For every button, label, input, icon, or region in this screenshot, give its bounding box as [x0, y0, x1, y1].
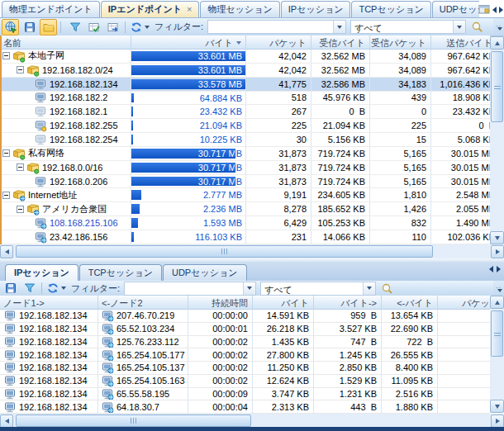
endpoint-row[interactable]: 192.168.182.13433.578 MB33.578 MB41,7753… [0, 78, 490, 92]
endpoint-row[interactable]: 192.168.0.0/1630.717 MB30.717 MB31,87371… [0, 161, 490, 175]
filter-dropdown-icon[interactable] [243, 282, 255, 295]
tab-scroll-left-icon[interactable] [489, 266, 493, 272]
column-header-6[interactable]: パケット [438, 296, 490, 310]
session-row[interactable]: 192.168.182.13465.52.103.23400:00:0126.2… [0, 323, 490, 336]
scope-combobox[interactable]: すべて [260, 282, 376, 296]
top-tab-0[interactable]: 物理エンドポイント [2, 1, 100, 17]
endpoint-horizontal-scrollbar[interactable] [0, 244, 504, 258]
column-header-3[interactable]: 受信バイト [311, 36, 370, 50]
session-row[interactable]: 192.168.182.134125.76.233.11200:00:021.4… [0, 336, 490, 349]
session-row[interactable]: 192.168.182.13464.18.30.700:00:042.313 K… [0, 400, 490, 414]
session-row[interactable]: 192.168.182.134165.254.105.16300:00:0212… [0, 375, 490, 388]
top-tab-5[interactable]: UDPセッション [432, 1, 479, 17]
tree-collapse-icon[interactable] [17, 66, 24, 73]
column-header-1[interactable]: <-ノード2 [98, 296, 188, 310]
folder-button[interactable] [40, 19, 57, 36]
tab-scroll-right-icon[interactable] [499, 7, 503, 13]
column-header-3[interactable]: バイト [253, 296, 314, 310]
scrollbar-thumb[interactable] [16, 414, 251, 427]
filter-combobox[interactable] [124, 282, 256, 296]
endpoint-vertical-scrollbar[interactable] [490, 36, 504, 244]
scroll-down-button[interactable] [490, 231, 504, 244]
column-header-2[interactable]: 持続時間 [188, 296, 253, 310]
tree-collapse-icon[interactable] [17, 206, 24, 213]
scroll-down-button[interactable] [490, 400, 504, 413]
filter-funnel-button[interactable] [21, 280, 38, 296]
filter-value[interactable] [208, 21, 333, 33]
tree-collapse-icon[interactable] [2, 52, 10, 59]
endpoint-row[interactable]: 192.168.182.123.432 KB23.432 KB2670 B023… [0, 105, 490, 119]
session-row[interactable]: 192.168.182.134165.254.105.17700:00:0227… [0, 348, 490, 362]
filter-value[interactable] [125, 282, 243, 295]
column-header-5[interactable]: <-バイト [382, 296, 438, 310]
endpoint-row[interactable]: 192.168.182.264.884 KB64.884 KB51845.976… [0, 92, 490, 106]
top-tab-2[interactable]: 物理セッション [200, 1, 279, 17]
top-tab-3[interactable]: IPセッション [281, 1, 351, 17]
scope-combobox[interactable]: すべて [350, 20, 466, 34]
table-check-button[interactable] [85, 19, 102, 36]
save-button[interactable] [21, 19, 38, 36]
refresh-button[interactable] [47, 280, 64, 296]
save-button[interactable] [2, 280, 19, 296]
scroll-right-button[interactable] [491, 245, 504, 258]
column-header-0[interactable]: 名前 [0, 36, 131, 50]
column-header-2[interactable]: パケット [246, 36, 311, 50]
scrollbar-thumb[interactable] [16, 245, 433, 258]
endpoint-row[interactable]: 192.168.182.25521.094 KB21.094 KB22521.0… [0, 119, 490, 133]
scope-dropdown-icon[interactable] [363, 282, 375, 295]
endpoint-row[interactable]: Internet地址2.777 MB2.777 MB9,191234.605 K… [0, 188, 490, 202]
bottom-tab-0[interactable]: IPセッション [5, 264, 78, 281]
bottom-tab-1[interactable]: TCPセッション [79, 264, 162, 281]
filter-dropdown-icon[interactable] [333, 21, 345, 33]
tree-collapse-icon[interactable] [17, 163, 24, 171]
filter-combobox[interactable] [207, 20, 346, 34]
endpoint-row[interactable]: 23.42.186.156116.103 KB116.103 KB23114.0… [0, 230, 490, 244]
tree-collapse-icon[interactable] [2, 149, 10, 157]
tab-scroll-right-icon[interactable] [497, 266, 501, 272]
scrollbar-thumb[interactable] [491, 51, 503, 122]
tab-scroll-left-icon[interactable] [492, 7, 497, 13]
toolbar-overflow-button[interactable]: .. [493, 281, 504, 296]
top-tab-1[interactable]: IPエンドポイント× [101, 1, 200, 17]
scroll-left-button[interactable] [0, 414, 13, 428]
bottom-tab-2[interactable]: UDPセッション [163, 264, 247, 281]
endpoint-row[interactable]: 192.168.0.20630.717 MB30.717 MB31,873719… [0, 175, 490, 189]
endpoint-row[interactable]: 私有网络30.717 MB30.717 MB31,873719.724 KB5,… [0, 147, 490, 161]
filter-funnel-button[interactable] [66, 19, 83, 36]
column-header-4[interactable]: 受信パケット [370, 36, 431, 50]
toolbar-overflow-button[interactable]: .. [493, 18, 504, 36]
session-vertical-scrollbar[interactable] [490, 296, 504, 413]
scroll-left-button[interactable] [0, 245, 13, 258]
endpoint-row[interactable]: アメリカ合衆国2.236 MB2.236 MB8,278185.652 KB1,… [0, 202, 490, 216]
tree-collapse-icon[interactable] [2, 192, 10, 199]
scope-value[interactable]: すべて [261, 282, 363, 295]
endpoint-row[interactable]: 108.168.215.1061.593 MB1.593 MB6,429105.… [0, 216, 490, 230]
scope-value[interactable]: すべて [351, 21, 453, 33]
scrollbar-track[interactable] [251, 414, 491, 428]
scroll-up-button[interactable] [490, 296, 504, 309]
search-icon[interactable] [471, 21, 483, 33]
tab-window-icon[interactable] [478, 4, 490, 16]
top-tab-4[interactable]: TCPセッション [351, 1, 430, 17]
column-header-0[interactable]: ノード1-> [0, 296, 98, 310]
endpoint-row[interactable]: 192.168.182.0/2433.601 MB33.601 MB42,042… [0, 64, 490, 78]
endpoint-row[interactable]: 本地子网33.601 MB33.601 MB42,04232.562 MB34,… [0, 50, 490, 64]
scrollbar-thumb[interactable] [491, 310, 503, 357]
column-header-4[interactable]: バイト-> [314, 296, 382, 310]
scrollbar-track[interactable] [433, 244, 491, 258]
refresh-button[interactable] [131, 19, 148, 36]
session-horizontal-scrollbar[interactable] [0, 414, 504, 428]
scope-dropdown-icon[interactable] [453, 21, 465, 33]
globe-arrow-button[interactable] [2, 19, 19, 36]
scroll-up-button[interactable] [490, 36, 504, 50]
session-row[interactable]: 192.168.182.13465.55.58.19500:00:093.747… [0, 388, 490, 401]
table-export-button[interactable] [104, 19, 121, 36]
search-icon[interactable] [381, 282, 393, 295]
session-row[interactable]: 192.168.182.134207.46.70.21900:00:0014.5… [0, 310, 490, 323]
session-row[interactable]: 192.168.182.134165.254.105.13700:00:0211… [0, 362, 490, 375]
endpoint-row[interactable]: 192.168.182.25410.225 KB10.225 KB305.156… [0, 133, 490, 147]
close-tab-icon[interactable]: × [187, 6, 192, 13]
scroll-right-button[interactable] [491, 414, 504, 428]
column-header-1[interactable]: バイト [131, 36, 246, 50]
column-header-5[interactable]: 送信バイト [431, 36, 490, 50]
